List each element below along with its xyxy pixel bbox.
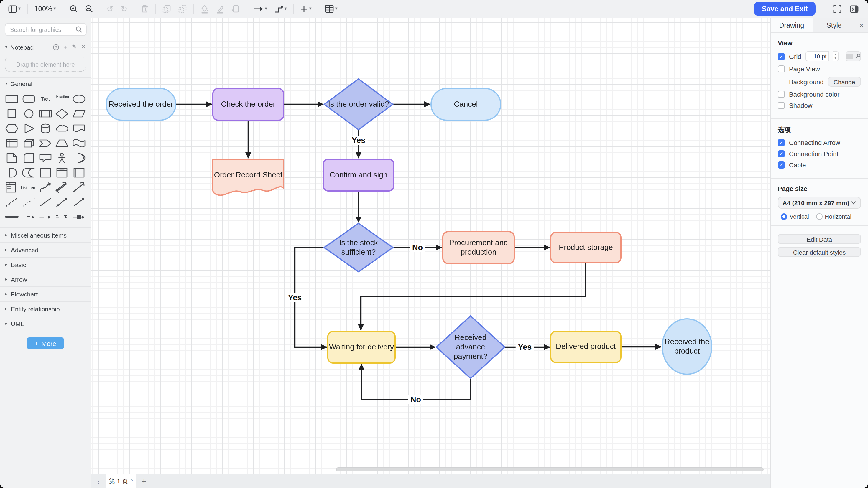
shape-ellipse[interactable] [70,92,87,106]
shape-bidirectional-arrow-outline[interactable] [54,181,70,195]
background-color-checkbox[interactable] [778,91,785,98]
fullscreen-icon[interactable] [833,5,841,13]
close-panel-button[interactable]: ✕ [855,18,868,32]
sidebar-item-advanced[interactable]: ▸ Advanced [0,242,91,257]
shape-triangle[interactable] [20,121,37,135]
shape-curve-arrow[interactable] [37,181,54,195]
node-is-the-stock-sufficient[interactable]: Is the stock sufficient? [327,233,390,262]
shape-diamond[interactable] [54,107,70,121]
line-color-button[interactable] [214,3,226,15]
zoom-out-button[interactable] [82,3,95,15]
shape-arrow[interactable] [70,195,87,209]
horizontal-radio[interactable] [816,214,823,220]
collapse-panel-icon[interactable] [850,5,859,13]
spinner-down-icon[interactable]: ▼ [834,56,837,60]
shape-trapezoid[interactable] [54,136,70,150]
shape-actor[interactable] [54,151,70,165]
search-input[interactable] [5,23,87,36]
shape-arrow-outline[interactable] [70,181,87,195]
node-is-the-order-valid[interactable]: Is the order valid? [327,90,390,119]
shape-circle[interactable] [20,107,37,121]
sidebar-item-flowchart[interactable]: ▸ Flowchart [0,286,91,301]
grid-size-stepper[interactable]: ▲ ▼ [833,51,838,61]
sidebar-item-basic[interactable]: ▸ Basic [0,257,91,272]
shape-cloud[interactable] [54,121,70,135]
shape-step[interactable] [37,136,54,150]
cable-checkbox[interactable]: ✓ [778,162,785,168]
toggle-sidebar-button[interactable]: ▾ [6,3,23,14]
page-view-checkbox[interactable] [778,65,785,72]
shape-card[interactable] [20,151,37,165]
shape-container[interactable] [37,166,54,180]
change-background-button[interactable]: Change [828,77,861,87]
node-received-the-order[interactable]: Received the order [106,88,176,120]
node-received-advance-payment[interactable]: Received advance payment? [440,321,501,374]
notepad-drop-zone[interactable]: Drag the element here [5,57,86,72]
shape-cylinder[interactable] [37,121,54,135]
page-menu-button[interactable]: ⋮ [91,475,105,488]
shadow-checkbox[interactable] [778,102,785,109]
vertical-radio[interactable] [781,214,787,220]
sidebar-item-miscellaneous[interactable]: ▸ Miscellaneous items [0,228,91,242]
shape-note[interactable] [3,151,20,165]
node-cancel[interactable]: Cancel [431,88,501,120]
fill-color-button[interactable] [198,3,211,15]
redo-button[interactable]: ↻ [118,3,130,15]
shape-text[interactable]: Text [37,92,54,106]
table-dropdown[interactable]: ▾ [323,3,340,15]
shape-vertical-container[interactable] [70,166,87,180]
shape-data-storage[interactable] [20,166,37,180]
close-icon[interactable]: ✕ [82,45,86,50]
shape-titled-container[interactable] [54,166,70,180]
node-delivered-product[interactable]: Delivered product [551,331,621,362]
shape-dotted-line[interactable] [3,195,20,209]
shape-and[interactable] [3,166,20,180]
horizontal-scrollbar[interactable] [336,467,764,471]
insert-dropdown[interactable]: ▾ [298,3,314,14]
shape-connector-dashed-arrow[interactable] [37,210,54,224]
tab-page-1[interactable]: 第 1 页 ^ [105,475,136,488]
node-confirm-and-sign[interactable]: Confirm and sign [323,159,394,191]
node-order-record-sheet[interactable]: Order Record Sheet [213,160,284,190]
shape-tape[interactable] [70,136,87,150]
connecting-arrow-checkbox[interactable]: ✓ [778,139,785,146]
edit-icon[interactable]: ✎ [72,44,77,50]
shape-callout[interactable] [37,151,54,165]
node-check-the-order[interactable]: Check the order [213,88,284,120]
clear-default-styles-button[interactable]: Clear default styles [778,247,861,257]
shape-connector-block-arrow[interactable] [70,210,87,224]
tab-drawing[interactable]: Drawing [771,18,813,32]
general-section-header[interactable]: ▾ General [0,77,91,90]
shape-document[interactable] [70,121,87,135]
send-to-back-button[interactable] [176,3,189,15]
shape-connector-labeled-arrow[interactable] [54,210,70,224]
page-size-select[interactable]: A4 (210 mm x 297 mm) [778,197,861,209]
shape-internal-storage[interactable] [3,136,20,150]
edit-data-button[interactable]: Edit Data [778,234,861,244]
help-icon[interactable]: ? [53,44,59,50]
shape-label-arrow[interactable] [20,210,37,224]
notepad-section-header[interactable]: ▾ Notepad ? + ✎ ✕ [0,41,91,53]
shape-heading[interactable]: Heading [54,92,70,106]
arrow-style-dropdown[interactable]: ▾ [251,4,270,13]
tab-style[interactable]: Style [813,18,855,32]
zoom-in-button[interactable] [67,3,80,15]
shape-list[interactable]: List [3,181,20,195]
shape-bidirectional-arrow[interactable] [54,195,70,209]
shape-parallelogram[interactable] [70,107,87,121]
sidebar-item-entity-relationship[interactable]: ▸ Entity relationship [0,301,91,316]
shape-hexagon[interactable] [3,121,20,135]
add-page-button[interactable]: + [136,475,152,488]
shape-or[interactable] [70,151,87,165]
shape-rounded-rectangle[interactable] [20,92,37,106]
shape-link[interactable] [3,210,20,224]
more-shapes-button[interactable]: + More [27,337,64,350]
save-and-exit-button[interactable]: Save and Exit [754,2,815,16]
sidebar-item-uml[interactable]: ▸ UML [0,316,91,331]
shape-dashed-line[interactable] [20,195,37,209]
diagram-canvas[interactable]: Received the order Check the order Is th… [91,18,770,474]
connector-style-dropdown[interactable]: ▾ [272,3,289,14]
grid-size-input[interactable] [805,51,829,61]
delete-button[interactable] [138,3,151,15]
node-waiting-for-delivery[interactable]: Waiting for delivery [328,331,395,363]
